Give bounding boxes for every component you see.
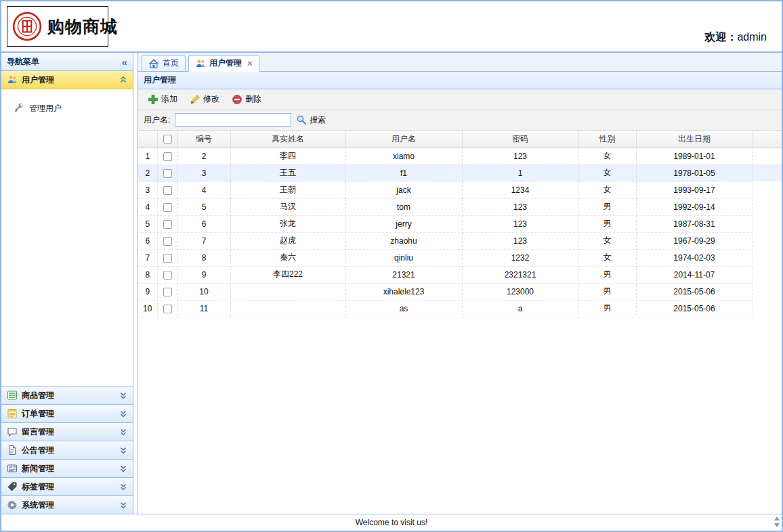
- cell-password: 123: [462, 232, 578, 249]
- cell-password: 123: [462, 148, 578, 164]
- table-row[interactable]: 10 11 as a 男 2015-05-06: [138, 300, 782, 317]
- users-icon: [195, 58, 206, 69]
- table-row[interactable]: 8 9 李四222 21321 2321321 男 2014-11-07: [138, 266, 782, 283]
- row-checkbox[interactable]: [163, 288, 172, 296]
- cell-real-name: [230, 283, 345, 300]
- main-content: 首页 用户管理 × 用户管理 添加 修改: [138, 53, 782, 514]
- tab-user-management[interactable]: 用户管理 ×: [188, 55, 259, 72]
- column-header-birth-date[interactable]: 出生日期: [636, 131, 753, 148]
- column-header-gender[interactable]: 性别: [578, 131, 636, 148]
- chevron-double-down-icon: [119, 428, 127, 436]
- search-icon: [296, 114, 307, 125]
- chevron-double-down-icon: [119, 501, 127, 509]
- add-button[interactable]: 添加: [142, 91, 183, 108]
- cell-id: 3: [177, 164, 230, 181]
- table-row[interactable]: 1 2 李四 xiamo 123 女 1989-01-01: [138, 148, 782, 164]
- table-row[interactable]: 3 4 王朝 jack 1234 女 1993-09-17: [138, 181, 782, 198]
- cell-id: 5: [177, 198, 230, 215]
- sidebar-collapsed-panels: 商品管理 订单管理 留言管理 公告管理 新闻管理 标签管理 系统管理: [1, 386, 133, 514]
- accordion-panel-label: 用户管理: [22, 74, 54, 86]
- row-number-cell: 9: [138, 283, 157, 300]
- panel-title: 用户管理: [138, 72, 782, 89]
- row-checkbox-cell: [157, 232, 177, 249]
- row-number-cell: 10: [138, 300, 157, 317]
- row-checkbox[interactable]: [163, 203, 172, 212]
- row-checkbox[interactable]: [163, 220, 172, 229]
- status-scroll-arrows[interactable]: [774, 516, 780, 527]
- row-checkbox[interactable]: [163, 169, 172, 178]
- row-checkbox[interactable]: [163, 305, 172, 313]
- row-checkbox[interactable]: [163, 271, 172, 280]
- home-icon: [148, 58, 159, 69]
- top-banner: 购物商城 欢迎：admin: [1, 1, 782, 53]
- cell-username: zhaohu: [345, 232, 462, 249]
- chevron-double-up-icon: [119, 76, 127, 84]
- accordion-panel-header[interactable]: 标签管理: [1, 477, 133, 495]
- sidebar-header: 导航菜单 «: [1, 53, 133, 71]
- cell-gender: 女: [578, 249, 636, 266]
- accordion-panel-header[interactable]: 留言管理: [1, 422, 133, 441]
- cell-gender: 女: [578, 148, 636, 164]
- news-icon: [7, 463, 18, 474]
- row-checkbox[interactable]: [163, 237, 172, 246]
- row-checkbox-cell: [157, 266, 177, 283]
- menu-item-label: 管理用户: [29, 103, 62, 114]
- search-button[interactable]: 搜索: [296, 114, 326, 126]
- cell-gender: 男: [578, 266, 636, 283]
- cell-password: 1232: [462, 249, 578, 266]
- user-datagrid: 编号 真实姓名 用户名 密码 性别 出生日期 1 2 李四 xiamo 123 …: [138, 131, 782, 514]
- cell-password: 123: [462, 215, 578, 232]
- accordion-panel-label: 系统管理: [22, 500, 54, 511]
- cell-birth-date: 2015-05-06: [636, 283, 753, 300]
- row-number-cell: 1: [138, 148, 157, 164]
- cell-real-name: 秦六: [230, 249, 345, 266]
- cell-birth-date: 1978-01-05: [636, 164, 753, 181]
- cell-real-name: 李四222: [230, 266, 345, 283]
- accordion-panel-label: 商品管理: [22, 390, 54, 401]
- select-all-header: [157, 131, 177, 148]
- wrench-icon: [14, 103, 24, 114]
- scroll-down-icon[interactable]: [774, 523, 780, 527]
- delete-button[interactable]: 删除: [226, 91, 267, 108]
- row-number-cell: 3: [138, 181, 157, 198]
- column-header-username[interactable]: 用户名: [345, 131, 462, 148]
- table-row[interactable]: 2 3 王五 f1 1 女 1978-01-05: [138, 164, 782, 181]
- scroll-up-icon[interactable]: [774, 516, 780, 520]
- table-row[interactable]: 5 6 张龙 jerry 123 男 1987-08-31: [138, 215, 782, 232]
- table-row[interactable]: 7 8 秦六 qinliu 1232 女 1974-02-03: [138, 249, 782, 266]
- accordion-panel-header[interactable]: 新闻管理: [1, 459, 133, 477]
- table-row[interactable]: 9 10 xihalele123 123000 男 2015-05-06: [138, 283, 782, 300]
- row-number-header: [138, 131, 157, 148]
- accordion-panel-header[interactable]: 公告管理: [1, 441, 133, 459]
- delete-button-label: 删除: [245, 93, 261, 105]
- table-row[interactable]: 4 5 马汉 tom 123 男 1992-09-14: [138, 198, 782, 215]
- cell-password: 2321321: [462, 266, 578, 283]
- cell-real-name: 王朝: [230, 181, 345, 198]
- row-checkbox[interactable]: [163, 152, 172, 161]
- select-all-checkbox[interactable]: [163, 135, 172, 143]
- row-number-cell: 5: [138, 215, 157, 232]
- row-checkbox-cell: [157, 283, 177, 300]
- edit-button[interactable]: 修改: [184, 91, 225, 108]
- accordion-panel-user-management[interactable]: 用户管理: [1, 71, 133, 89]
- collapse-sidebar-icon[interactable]: «: [122, 57, 127, 67]
- accordion-panel-header[interactable]: 订单管理: [1, 404, 133, 422]
- row-checkbox[interactable]: [163, 254, 172, 263]
- menu-item-manage-users[interactable]: 管理用户: [1, 100, 133, 116]
- accordion-panel-label: 留言管理: [22, 426, 54, 438]
- tab-home[interactable]: 首页: [142, 55, 186, 72]
- username-search-input[interactable]: [175, 113, 291, 127]
- cell-id: 11: [177, 300, 230, 317]
- accordion-panel-header[interactable]: 商品管理: [1, 386, 133, 404]
- column-header-password[interactable]: 密码: [462, 131, 578, 148]
- close-icon[interactable]: ×: [247, 59, 253, 68]
- column-header-real-name[interactable]: 真实姓名: [230, 131, 345, 148]
- column-header-id[interactable]: 编号: [177, 131, 230, 148]
- row-number-cell: 8: [138, 266, 157, 283]
- row-checkbox[interactable]: [163, 186, 172, 195]
- cell-filler: [753, 148, 782, 164]
- sidebar-splitter[interactable]: [133, 53, 138, 514]
- accordion-panel-header[interactable]: 系统管理: [1, 495, 133, 514]
- cell-username: f1: [345, 164, 462, 181]
- table-row[interactable]: 6 7 赵虎 zhaohu 123 女 1967-09-29: [138, 232, 782, 249]
